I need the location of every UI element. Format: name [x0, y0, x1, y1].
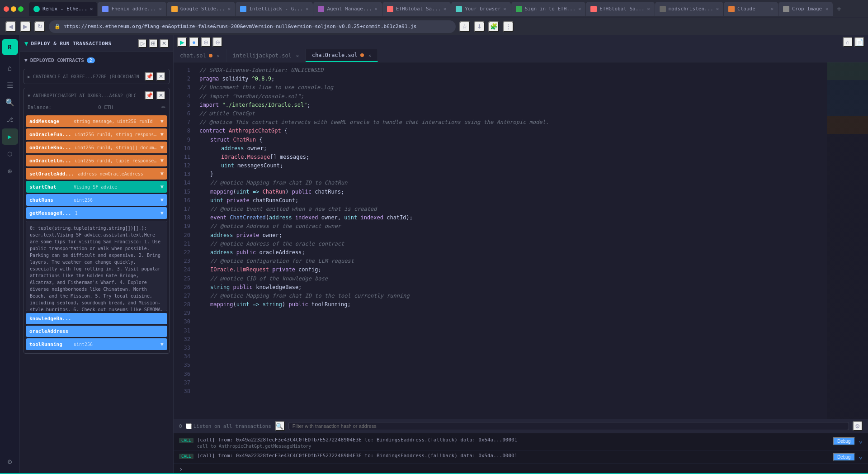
- back-btn[interactable]: ◀: [5, 21, 16, 32]
- extensions-btn[interactable]: 🧩: [488, 21, 499, 32]
- files-icon[interactable]: ☰: [2, 77, 18, 93]
- tab-agent-close[interactable]: ✕: [375, 6, 377, 11]
- settings-icon[interactable]: ⚙: [2, 453, 18, 469]
- listen-input[interactable]: [186, 423, 192, 429]
- tx-text-1: [call] from: 0x49a22328fecF3e43C4C0fEDfb…: [197, 437, 829, 443]
- menu-btn[interactable]: ⋮: [503, 21, 514, 32]
- home-nav-btn[interactable]: ⌂: [843, 37, 853, 47]
- tx-debug-btn-1[interactable]: Debug: [833, 437, 855, 446]
- knowledgebase-btn[interactable]: knowledgeBa...: [26, 313, 167, 324]
- tab-yourbrowser-close[interactable]: ✕: [504, 6, 506, 11]
- tab-crop[interactable]: Crop Image ✕: [778, 2, 833, 16]
- tab-yourbrowser[interactable]: Your browser ✕: [451, 2, 511, 16]
- oraclellm-btn[interactable]: onOracleLlm... uint256 runId, tuple resp…: [26, 155, 167, 166]
- tab-fhenix[interactable]: Fhenix addre... ✕: [98, 2, 166, 16]
- contract-anthropic-header[interactable]: ▼ ANTHROPICCHATGPT AT 0X063...A46A2 (BLC…: [24, 88, 169, 103]
- reload-btn[interactable]: ↻: [34, 21, 45, 32]
- contract-1-close[interactable]: ✕: [156, 72, 165, 81]
- tx-cursor: ›: [174, 464, 868, 473]
- tx-filter-input[interactable]: [288, 422, 849, 430]
- plugin-icon[interactable]: ⊕: [2, 163, 18, 179]
- record-btn[interactable]: ●: [189, 37, 199, 47]
- addmessage-expand[interactable]: ▼: [160, 118, 164, 124]
- panel-pin-btn[interactable]: ⊞: [149, 39, 158, 48]
- tx-settings-btn[interactable]: ⚙: [853, 421, 863, 431]
- tab-chat-sol-close[interactable]: ✕: [217, 53, 220, 58]
- tx-search-btn[interactable]: 🔍: [275, 421, 285, 431]
- panel-play-btn[interactable]: ▷: [138, 39, 147, 48]
- tab-claude-close[interactable]: ✕: [771, 6, 774, 11]
- tab-remix[interactable]: Remix - Ethe... ✕: [29, 2, 97, 16]
- zoom-out-btn[interactable]: ⊖: [212, 37, 222, 47]
- tx-more-btn-2[interactable]: ⌄: [859, 453, 863, 460]
- tab-madschristen[interactable]: madschristen... ✕: [655, 2, 723, 16]
- toolrunning-btn[interactable]: toolRunning uint256 ▼: [26, 338, 167, 350]
- source-control-icon[interactable]: ⎇: [2, 111, 18, 128]
- startchat-expand[interactable]: ▼: [160, 184, 164, 190]
- tab-signin[interactable]: Sign in to ETH... ✕: [511, 2, 586, 16]
- panel-close-btn[interactable]: ✕: [160, 39, 169, 48]
- tab-ethglobal2-close[interactable]: ✕: [647, 6, 650, 11]
- tab-chatoracle[interactable]: chatOracle.sol ✕: [306, 49, 378, 62]
- address-bar[interactable]: 🔒 https://remix.ethereum.org/#lang=en&op…: [49, 20, 456, 33]
- setoracleadd-btn[interactable]: setOracleAdd... address newOracleAddress…: [26, 168, 167, 180]
- new-tab-btn[interactable]: +: [833, 5, 845, 13]
- oraclefun-expand[interactable]: ▼: [160, 131, 164, 137]
- setoracleadd-expand[interactable]: ▼: [160, 171, 164, 177]
- tx-more-btn-1[interactable]: ⌄: [859, 437, 863, 444]
- panel-expand-icon[interactable]: ▼: [24, 40, 28, 47]
- tab-fhenix-close[interactable]: ✕: [159, 6, 162, 11]
- debug-icon[interactable]: ⬡: [2, 146, 18, 162]
- signin-favicon: [516, 6, 522, 12]
- getmessage-btn[interactable]: getMessageH... 1 ▼: [26, 207, 167, 219]
- tab-ethglobal[interactable]: ETHGlobal Sa... ✕: [382, 2, 451, 16]
- run-btn[interactable]: ▶: [177, 37, 187, 47]
- deployed-chevron[interactable]: ▼: [24, 57, 28, 63]
- download-btn[interactable]: ⬇: [474, 21, 485, 32]
- oraclefun-btn[interactable]: onOracleFun... uint256 runId, string res…: [26, 128, 167, 140]
- contract-2-close[interactable]: ✕: [156, 91, 165, 100]
- search-icon[interactable]: 🔍: [2, 94, 18, 110]
- deploy-icon[interactable]: ▶: [2, 128, 18, 145]
- contract-chatoracle-header[interactable]: ▶ CHATORACLE AT 0XBFF...E77BE (BLOCKCHAI…: [24, 69, 169, 84]
- tab-ethglobal-close[interactable]: ✕: [443, 6, 446, 11]
- chatruns-expand[interactable]: ▼: [160, 197, 164, 203]
- tab-agent[interactable]: Agent Manage... ✕: [313, 2, 382, 16]
- home-icon[interactable]: ⌂: [2, 60, 18, 76]
- contract-2-pin[interactable]: 📌: [145, 91, 154, 100]
- balance-edit-btn[interactable]: ✏: [161, 104, 165, 110]
- tab-signin-close[interactable]: ✕: [578, 6, 581, 11]
- zoom-in-btn[interactable]: ⊕: [201, 37, 211, 47]
- tab-chatoracle-close[interactable]: ✕: [368, 53, 371, 58]
- startchat-btn[interactable]: startChat Vising SF advice ▼: [26, 181, 167, 193]
- tab-ethglobal2[interactable]: ETHGlobal Sa... ✕: [586, 2, 654, 16]
- oraclefun-param: uint256 runId, string response, string e…: [75, 132, 157, 137]
- tab-intellijackpot[interactable]: intellijackpot.sol ✕: [226, 49, 306, 62]
- remix-logo[interactable]: R: [2, 39, 18, 55]
- tab-remix-close[interactable]: ✕: [90, 6, 93, 11]
- code-content[interactable]: // SPDX-License-Identifier: UNLICENSED p…: [194, 62, 827, 419]
- tab-slides[interactable]: Google Slide... ✕: [167, 2, 235, 16]
- tab-madschristen-close[interactable]: ✕: [716, 6, 719, 11]
- addmessage-btn[interactable]: addMessage string message, uint256 runId…: [26, 115, 167, 127]
- tab-intellijack[interactable]: Intellijack - G... ✕: [236, 2, 313, 16]
- contract-1-pin[interactable]: 📌: [145, 72, 154, 81]
- tab-intellijackpot-close[interactable]: ✕: [296, 53, 299, 58]
- chatruns-btn[interactable]: chatRuns uint256 ▼: [26, 194, 167, 206]
- tab-intellijack-close[interactable]: ✕: [306, 6, 308, 11]
- oraclekno-btn[interactable]: onOracleKno... uint256 runId, string[] d…: [26, 142, 167, 153]
- tab-slides-close[interactable]: ✕: [228, 6, 231, 11]
- tab-chat-sol[interactable]: chat.sol ✕: [174, 49, 226, 62]
- tx-debug-btn-2[interactable]: Debug: [833, 453, 855, 461]
- oraclellm-expand[interactable]: ▼: [160, 157, 164, 164]
- toolrunning-expand[interactable]: ▼: [160, 341, 164, 347]
- tab-crop-close[interactable]: ✕: [826, 6, 828, 11]
- getmessage-expand[interactable]: ▼: [160, 210, 164, 216]
- files-nav-btn[interactable]: 📄: [854, 37, 864, 47]
- oraclekno-expand[interactable]: ▼: [160, 144, 164, 151]
- tab-claude[interactable]: Claude ✕: [724, 2, 778, 16]
- listen-checkbox[interactable]: Listen on all transactions: [186, 423, 271, 429]
- bookmark-btn[interactable]: ☆: [459, 21, 470, 32]
- oracleaddress-btn[interactable]: oracleAddress: [26, 326, 167, 337]
- forward-btn[interactable]: ▶: [20, 21, 31, 32]
